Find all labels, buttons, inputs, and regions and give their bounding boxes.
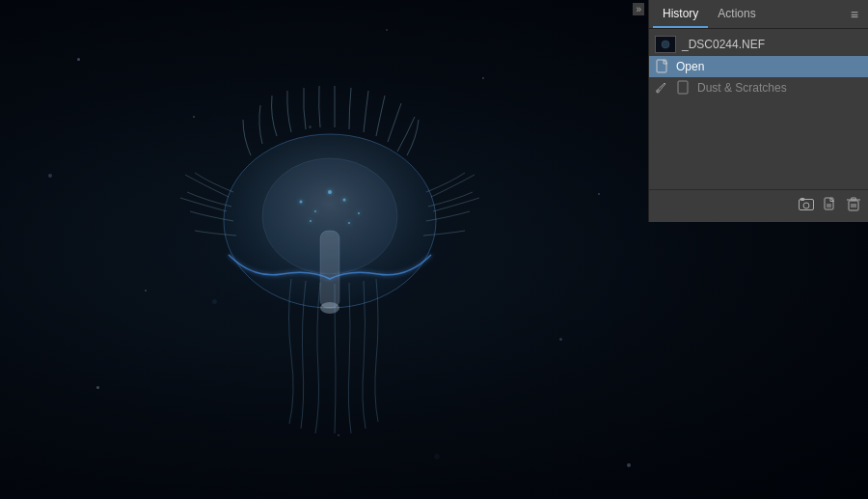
history-panel: » History Actions ≡ _DSC0244.NEF (648, 0, 868, 222)
tab-actions[interactable]: Actions (708, 1, 765, 28)
svg-rect-24 (852, 198, 856, 200)
open-label: Open (676, 60, 704, 73)
svg-point-5 (314, 210, 316, 212)
svg-point-8 (328, 190, 332, 194)
panel-menu-icon[interactable]: ≡ (845, 7, 864, 22)
svg-point-7 (358, 212, 360, 214)
history-item-dust-scratches[interactable]: Dust & Scratches (649, 77, 868, 98)
svg-point-12 (662, 41, 669, 48)
snapshot-thumbnail (655, 36, 676, 53)
tab-history[interactable]: History (653, 1, 708, 28)
panel-content: _DSC0244.NEF Open (649, 29, 868, 189)
svg-point-9 (310, 220, 312, 222)
svg-point-4 (300, 200, 303, 203)
create-snapshot-button[interactable] (799, 198, 814, 214)
dust-scratches-label: Dust & Scratches (697, 81, 787, 95)
collapse-button[interactable]: » (633, 3, 644, 15)
history-item-open[interactable]: Open (649, 56, 868, 77)
document-icon-2 (676, 80, 692, 96)
panel-tabs: History Actions ≡ (649, 0, 868, 29)
create-document-button[interactable] (824, 197, 837, 215)
history-item-snapshot[interactable]: _DSC0244.NEF (649, 33, 868, 56)
svg-point-10 (348, 222, 350, 224)
snapshot-label: _DSC0244.NEF (682, 38, 765, 51)
panel-footer (649, 189, 868, 222)
brush-icon (655, 80, 670, 96)
jellyfish-image (156, 67, 503, 433)
svg-point-18 (803, 203, 809, 208)
document-icon (655, 59, 670, 74)
svg-point-3 (320, 302, 339, 314)
svg-rect-2 (320, 231, 339, 308)
svg-point-6 (343, 198, 346, 201)
delete-state-button[interactable] (847, 197, 860, 215)
svg-rect-15 (678, 81, 688, 94)
